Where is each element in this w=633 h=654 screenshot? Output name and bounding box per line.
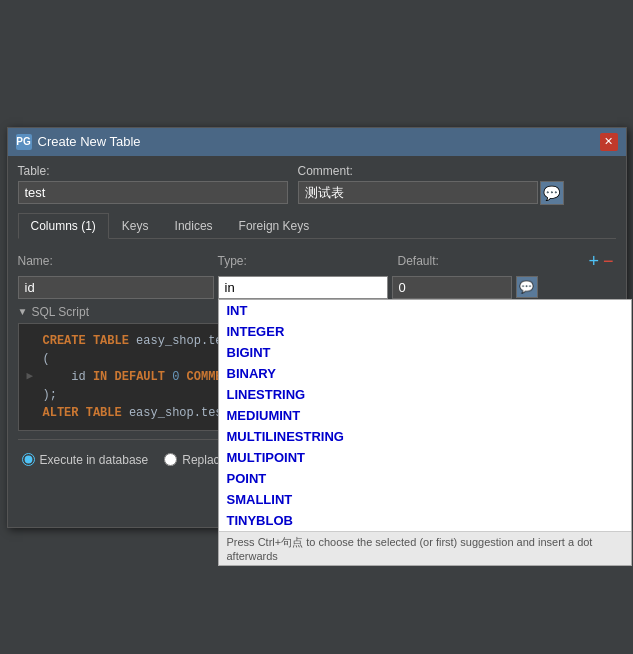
comment-label: Comment: xyxy=(298,164,564,178)
tab-columns[interactable]: Columns (1) xyxy=(18,213,109,239)
column-comment-button[interactable]: 💬 xyxy=(516,276,538,298)
column-default-input[interactable] xyxy=(392,276,512,299)
comment-edit-button[interactable]: 💬 xyxy=(540,181,564,205)
title-bar: PG Create New Table ✕ xyxy=(8,128,626,156)
col-header-type: Type: xyxy=(218,254,398,268)
tab-foreign-keys[interactable]: Foreign Keys xyxy=(226,213,323,238)
sql-toggle-label: SQL Script xyxy=(31,305,89,319)
table-label: Table: xyxy=(18,164,288,178)
radio-execute-in-db-label: Execute in database xyxy=(40,453,149,467)
radio-execute-in-db-input[interactable] xyxy=(22,453,35,466)
sql-gutter-3: ▶ xyxy=(27,368,43,385)
col-header-default: Default: xyxy=(398,254,587,268)
autocomplete-hint: Press Ctrl+句点 to choose the selected (or… xyxy=(219,531,631,565)
autocomplete-item-integer[interactable]: INTEGER xyxy=(219,321,631,342)
table-name-input[interactable] xyxy=(18,181,288,204)
tab-indices[interactable]: Indices xyxy=(162,213,226,238)
autocomplete-item-binary[interactable]: BINARY xyxy=(219,363,631,384)
top-form-row: Table: Comment: 💬 xyxy=(18,164,616,205)
comment-input-group: 💬 xyxy=(298,181,564,205)
dialog-title: Create New Table xyxy=(38,134,141,149)
autocomplete-item-smallint[interactable]: SMALLINT xyxy=(219,489,631,510)
create-table-dialog: PG Create New Table ✕ Table: Comment: 💬 xyxy=(7,127,627,528)
table-field-group: Table: xyxy=(18,164,288,204)
column-name-input[interactable] xyxy=(18,276,214,299)
app-icon: PG xyxy=(16,134,32,150)
sql-toggle-icon: ▼ xyxy=(18,306,28,317)
dialog-body: Table: Comment: 💬 Columns (1) Keys Indic… xyxy=(8,156,626,484)
autocomplete-item-int[interactable]: INT xyxy=(219,300,631,321)
autocomplete-item-mediumint[interactable]: MEDIUMINT xyxy=(219,405,631,426)
autocomplete-item-point[interactable]: POINT xyxy=(219,468,631,489)
column-row: 💬 xyxy=(18,276,616,299)
column-headers: Name: Type: Default: + − xyxy=(18,247,616,276)
autocomplete-item-multipoint[interactable]: MULTIPOINT xyxy=(219,447,631,468)
remove-column-button[interactable]: − xyxy=(601,251,616,272)
autocomplete-item-bigint[interactable]: BIGINT xyxy=(219,342,631,363)
autocomplete-item-tinyblob[interactable]: TINYBLOB xyxy=(219,510,631,531)
col-header-name: Name: xyxy=(18,254,218,268)
close-button[interactable]: ✕ xyxy=(600,133,618,151)
add-column-button[interactable]: + xyxy=(586,251,601,272)
tab-keys[interactable]: Keys xyxy=(109,213,162,238)
radio-execute-in-db[interactable]: Execute in database xyxy=(22,453,149,467)
columns-area: Name: Type: Default: + − 💬 INT INTEGER B… xyxy=(18,247,616,299)
title-bar-left: PG Create New Table xyxy=(16,134,141,150)
autocomplete-dropdown: INT INTEGER BIGINT BINARY LINESTRING MED… xyxy=(218,299,632,566)
column-type-input[interactable] xyxy=(218,276,388,299)
autocomplete-item-multilinestring[interactable]: MULTILINESTRING xyxy=(219,426,631,447)
autocomplete-item-linestring[interactable]: LINESTRING xyxy=(219,384,631,405)
comment-input[interactable] xyxy=(298,181,538,204)
radio-replace-existing-input[interactable] xyxy=(164,453,177,466)
tab-bar: Columns (1) Keys Indices Foreign Keys xyxy=(18,213,616,239)
comment-field-group: Comment: 💬 xyxy=(298,164,564,205)
